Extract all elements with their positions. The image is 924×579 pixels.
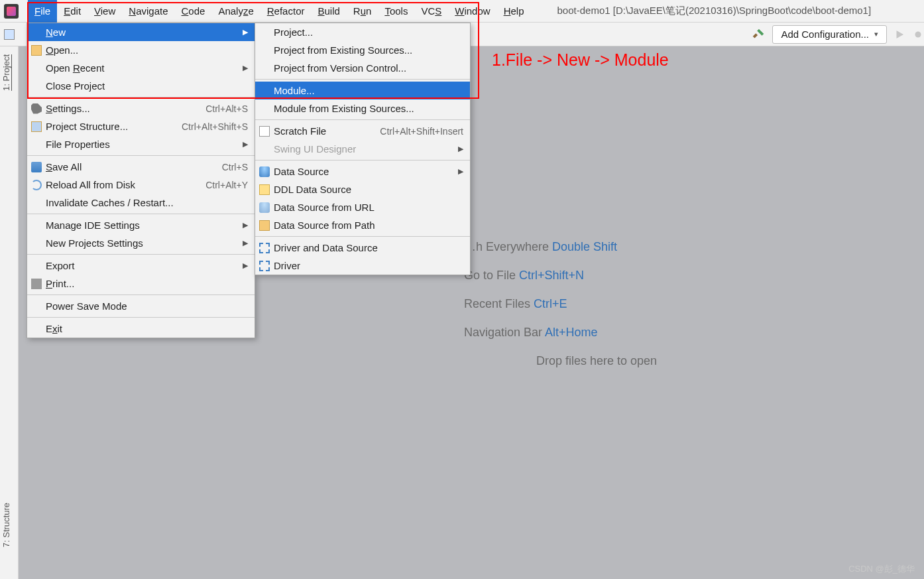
- file-new[interactable]: New▶: [27, 23, 255, 41]
- annotation-text: 1.File -> New -> Module: [492, 50, 669, 70]
- submenu-arrow-icon: ▶: [243, 221, 248, 229]
- hint-drop: Drop files here to open: [464, 354, 729, 368]
- chevron-down-icon: ▾: [874, 30, 878, 38]
- save-icon: [31, 162, 42, 172]
- hint-gotofile: Go to File Ctrl+Shift+N: [464, 269, 729, 283]
- database-url-icon: [259, 202, 270, 213]
- driver-ds-icon: [259, 243, 270, 253]
- file-project-structure[interactable]: Project Structure...Ctrl+Alt+Shift+S: [27, 117, 255, 135]
- ddl-icon: [259, 184, 270, 195]
- hint-navbar: Navigation Bar Alt+Home: [464, 326, 729, 340]
- structure-tool-button[interactable]: 7: Structure: [1, 497, 11, 552]
- hint-search: …h Everywhere Double Shift: [464, 240, 729, 254]
- new-driver-data-source[interactable]: Driver and Data Source: [255, 239, 470, 257]
- separator: [255, 236, 470, 237]
- folder-icon: [259, 220, 270, 231]
- menu-build[interactable]: Build: [311, 0, 346, 23]
- build-icon[interactable]: [751, 27, 766, 42]
- file-open-recent[interactable]: Open Recent▶: [27, 59, 255, 77]
- left-tool-strip: 1: Project 7: Structure: [0, 46, 19, 579]
- driver-icon: [259, 261, 270, 271]
- separator: [27, 294, 255, 295]
- new-swing-designer: Swing UI Designer▶: [255, 140, 470, 158]
- database-icon: [259, 166, 270, 177]
- menubar: File Edit View Navigate Code Analyze Ref…: [0, 0, 924, 23]
- new-scratch-file[interactable]: Scratch FileCtrl+Alt+Shift+Insert: [255, 122, 470, 140]
- file-power-save[interactable]: Power Save Mode: [27, 297, 255, 315]
- submenu-arrow-icon: ▶: [458, 145, 463, 153]
- menu-edit[interactable]: Edit: [57, 0, 87, 23]
- file-manage-ide-settings[interactable]: Manage IDE Settings▶: [27, 216, 255, 234]
- new-data-source[interactable]: Data Source▶: [255, 162, 470, 180]
- new-data-source-path[interactable]: Data Source from Path: [255, 216, 470, 234]
- hint-recent: Recent Files Ctrl+E: [464, 297, 729, 311]
- structure-icon: [31, 121, 42, 132]
- menu-analyze[interactable]: Analyze: [211, 0, 260, 23]
- new-data-source-url[interactable]: Data Source from URL: [255, 198, 470, 216]
- wrench-icon: [31, 103, 42, 114]
- file-properties[interactable]: File Properties▶: [27, 135, 255, 153]
- new-project-existing[interactable]: Project from Existing Sources...: [255, 41, 470, 59]
- file-icon: [259, 126, 270, 137]
- file-reload[interactable]: Reload All from DiskCtrl+Alt+Y: [27, 176, 255, 194]
- new-module-existing[interactable]: Module from Existing Sources...: [255, 99, 470, 117]
- new-project-vcs[interactable]: Project from Version Control...: [255, 59, 470, 77]
- menu-vcs[interactable]: VCS: [414, 0, 448, 23]
- file-new-project-settings[interactable]: New Projects Settings▶: [27, 234, 255, 252]
- submenu-arrow-icon: ▶: [243, 239, 248, 247]
- new-submenu: Project... Project from Existing Sources…: [255, 23, 471, 275]
- svg-point-0: [915, 31, 921, 37]
- separator: [255, 160, 470, 161]
- file-save-all[interactable]: Save AllCtrl+S: [27, 158, 255, 176]
- window-title: boot-demo1 [D:\JavaEE\笔记(20210316)\Sprin…: [557, 5, 872, 17]
- submenu-arrow-icon: ▶: [458, 167, 463, 176]
- menu-file[interactable]: File: [28, 0, 57, 23]
- menu-window[interactable]: Window: [448, 0, 496, 23]
- app-icon: [4, 4, 19, 19]
- project-view-icon[interactable]: [4, 29, 15, 40]
- file-dropdown: New▶ Open... Open Recent▶ Close Project …: [27, 23, 255, 338]
- menu-help[interactable]: Help: [497, 0, 531, 23]
- print-icon: [31, 279, 42, 289]
- debug-icon[interactable]: [912, 29, 924, 40]
- reload-icon: [31, 180, 42, 190]
- separator: [255, 79, 470, 80]
- menu-code[interactable]: Code: [175, 0, 212, 23]
- file-print[interactable]: Print...: [27, 275, 255, 292]
- menu-run[interactable]: Run: [347, 0, 378, 23]
- new-project[interactable]: Project...: [255, 23, 470, 41]
- new-ddl-data-source[interactable]: DDL Data Source: [255, 180, 470, 198]
- separator: [27, 155, 255, 156]
- menu-view[interactable]: View: [87, 0, 122, 23]
- project-tool-button[interactable]: 1: Project: [1, 49, 11, 96]
- menu-navigate[interactable]: Navigate: [122, 0, 174, 23]
- submenu-arrow-icon: ▶: [243, 261, 248, 270]
- file-settings[interactable]: Settings...Ctrl+Alt+S: [27, 99, 255, 117]
- file-open[interactable]: Open...: [27, 41, 255, 59]
- watermark: CSDN @彭_德华: [848, 563, 915, 575]
- submenu-arrow-icon: ▶: [243, 28, 248, 36]
- new-module[interactable]: Module...: [255, 82, 470, 99]
- file-export[interactable]: Export▶: [27, 257, 255, 275]
- menu-tools[interactable]: Tools: [378, 0, 414, 23]
- submenu-arrow-icon: ▶: [243, 64, 248, 72]
- folder-icon: [31, 45, 42, 56]
- add-configuration-button[interactable]: Add Configuration...▾: [772, 25, 887, 44]
- file-exit[interactable]: Exit: [27, 320, 255, 338]
- separator: [27, 317, 255, 318]
- welcome-hints: …h Everywhere Double Shift Go to File Ct…: [464, 245, 729, 383]
- file-close-project[interactable]: Close Project: [27, 77, 255, 95]
- new-driver[interactable]: Driver: [255, 257, 470, 275]
- file-invalidate-caches[interactable]: Invalidate Caches / Restart...: [27, 194, 255, 212]
- separator: [27, 214, 255, 214]
- separator: [255, 119, 470, 120]
- run-icon[interactable]: [894, 29, 905, 40]
- separator: [27, 97, 255, 97]
- submenu-arrow-icon: ▶: [243, 140, 248, 149]
- menu-refactor[interactable]: Refactor: [260, 0, 312, 23]
- separator: [27, 254, 255, 255]
